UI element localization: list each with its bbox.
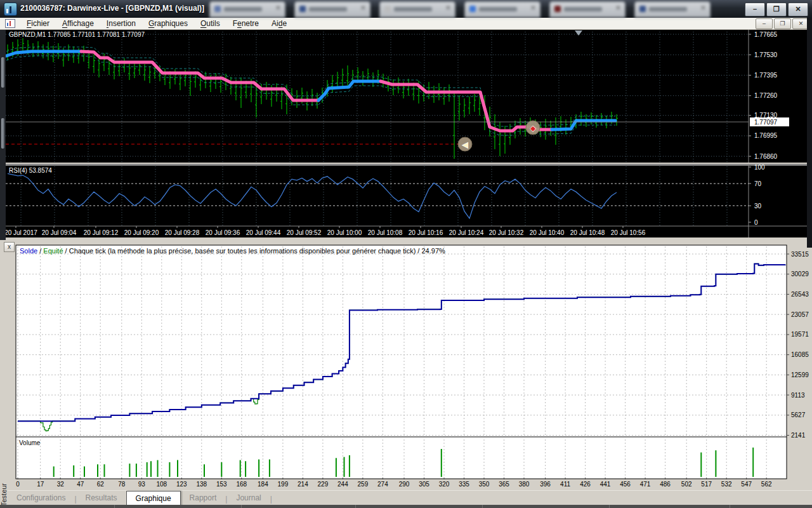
svg-text:19571: 19571 [791, 331, 809, 338]
title-bar[interactable]: ✕✕✕✕✕✕ 2100036787: Darwinex-Live - [GBPN… [0, 0, 812, 18]
window-controls: – ❐ ✕ [745, 3, 808, 17]
tester-tab-bar: Configurations|ResultatsGraphiqueRapport… [8, 490, 812, 505]
tester-method-label: / Chaque tick (la méthode la plus précis… [63, 247, 445, 255]
svg-text:441: 441 [600, 481, 611, 488]
svg-text:20 Jul 10:32: 20 Jul 10:32 [489, 229, 524, 236]
equite-label: Equité [43, 247, 63, 255]
svg-text:244: 244 [337, 481, 348, 488]
svg-text:20 Jul 09:20: 20 Jul 09:20 [124, 229, 159, 236]
menu-item-fichier[interactable]: Fichier [20, 18, 56, 29]
svg-text:2141: 2141 [791, 432, 806, 439]
background-browser-tabs: ✕✕✕✕✕✕ [209, 1, 710, 18]
menu-item-outils[interactable]: Outils [194, 18, 226, 29]
svg-text:78: 78 [118, 481, 126, 488]
svg-text:◀: ◀ [462, 140, 468, 149]
menu-item-fenetre[interactable]: Fenetre [226, 18, 265, 29]
svg-text:9113: 9113 [791, 392, 805, 399]
svg-text:184: 184 [258, 481, 268, 488]
svg-text:335: 335 [459, 481, 469, 488]
svg-text:1.77530: 1.77530 [754, 51, 778, 58]
svg-text:20 Jul 09:52: 20 Jul 09:52 [287, 229, 322, 236]
svg-text:33515: 33515 [791, 251, 809, 258]
svg-text:1.77260: 1.77260 [754, 92, 778, 99]
svg-text:1.77665: 1.77665 [754, 31, 778, 38]
tester-side-tab[interactable]: Testeur [0, 483, 8, 508]
svg-text:1.76860: 1.76860 [754, 153, 778, 160]
mdi-controls: – ❐ ✕ [756, 18, 809, 29]
svg-text:365: 365 [499, 481, 509, 488]
svg-text:168: 168 [236, 481, 247, 488]
metatrader-window: { "window": { "title": "2100036787: Darw… [0, 0, 812, 508]
background-browser-tab[interactable]: ✕ [379, 1, 455, 18]
svg-text:0: 0 [754, 219, 758, 226]
svg-text:◆: ◆ [530, 124, 536, 133]
tester-equity-chart[interactable]: Volume3351530029265432305719571160851259… [8, 240, 812, 490]
background-browser-tab[interactable]: ✕ [294, 1, 370, 18]
svg-text:20 Jul 09:12: 20 Jul 09:12 [84, 229, 119, 236]
trade-marker[interactable]: ◆ [526, 121, 540, 135]
price-chart[interactable]: ◀◆1.776651.775301.773951.772601.771301.7… [6, 29, 807, 237]
svg-text:32: 32 [57, 481, 65, 488]
symbol-ohlc-label: GBPNZD,M1 1.77085 1.77101 1.77081 1.7709… [9, 31, 145, 38]
svg-text:5627: 5627 [791, 411, 806, 418]
rsi-label: RSI(4) 53.8574 [9, 167, 52, 174]
svg-text:108: 108 [156, 481, 167, 488]
maximize-button[interactable]: ❐ [766, 3, 787, 17]
menu-item-insertion[interactable]: Insertion [100, 18, 142, 29]
tab-rapport[interactable]: Rapport [181, 491, 226, 505]
mdi-minimize-button[interactable]: – [756, 18, 773, 29]
svg-text:16085: 16085 [791, 351, 809, 358]
background-browser-tab[interactable]: ✕ [464, 1, 540, 18]
svg-text:20 Jul 10:56: 20 Jul 10:56 [611, 229, 646, 236]
close-button[interactable]: ✕ [788, 3, 808, 17]
svg-text:23057: 23057 [791, 311, 809, 318]
svg-text:547: 547 [741, 481, 752, 488]
svg-text:517: 517 [701, 481, 712, 488]
tester-chart-panel [16, 245, 787, 479]
svg-text:259: 259 [358, 481, 369, 488]
svg-text:62: 62 [97, 481, 105, 488]
background-browser-tab[interactable]: ✕ [549, 1, 625, 18]
svg-text:320: 320 [439, 481, 450, 488]
svg-text:17: 17 [37, 481, 44, 488]
svg-text:350: 350 [479, 481, 490, 488]
svg-text:47: 47 [77, 481, 84, 488]
svg-text:20 Jul 10:08: 20 Jul 10:08 [368, 229, 403, 236]
svg-text:290: 290 [399, 481, 410, 488]
svg-text:426: 426 [580, 481, 591, 488]
background-browser-tab[interactable]: ✕ [209, 1, 285, 18]
trade-marker[interactable]: ◀ [458, 137, 472, 151]
minimize-button[interactable]: – [745, 3, 765, 17]
svg-text:305: 305 [419, 481, 429, 488]
tester-close-button[interactable]: x [4, 242, 15, 252]
menu-item-graphiques[interactable]: Graphiques [142, 18, 194, 29]
svg-text:123: 123 [176, 481, 187, 488]
tab-journal[interactable]: Journal [227, 491, 270, 505]
volume-label: Volume [19, 439, 41, 446]
svg-text:20 Jul 10:00: 20 Jul 10:00 [327, 229, 362, 236]
svg-text:471: 471 [640, 481, 651, 488]
dock-handle[interactable] [1, 57, 4, 88]
dock-handle[interactable] [1, 118, 4, 149]
svg-text:214: 214 [298, 481, 308, 488]
mdi-restore-button[interactable]: ❐ [774, 18, 791, 29]
svg-text:1.77097: 1.77097 [754, 119, 778, 126]
svg-text:274: 274 [377, 481, 388, 488]
svg-text:1.77395: 1.77395 [754, 72, 778, 79]
svg-text:20 Jul 10:48: 20 Jul 10:48 [570, 229, 605, 236]
svg-text:30029: 30029 [791, 271, 809, 277]
svg-text:502: 502 [681, 481, 692, 488]
menu-item-affichage[interactable]: Affichage [56, 18, 100, 29]
svg-text:532: 532 [721, 481, 732, 488]
menu-item-aide[interactable]: Aide [265, 18, 293, 29]
app-icon [4, 3, 17, 16]
pane-splitter[interactable] [6, 163, 807, 164]
background-browser-tab[interactable]: ✕ [634, 1, 710, 18]
tab-configurations[interactable]: Configurations [8, 491, 74, 505]
tab-resultats[interactable]: Resultats [77, 491, 126, 505]
window-title: 2100036787: Darwinex-Live - [GBPNZD,M1 (… [20, 4, 204, 13]
tab-graphique[interactable]: Graphique [126, 491, 181, 506]
svg-text:396: 396 [540, 481, 551, 488]
svg-text:199: 199 [278, 481, 289, 488]
svg-text:30: 30 [754, 203, 762, 210]
